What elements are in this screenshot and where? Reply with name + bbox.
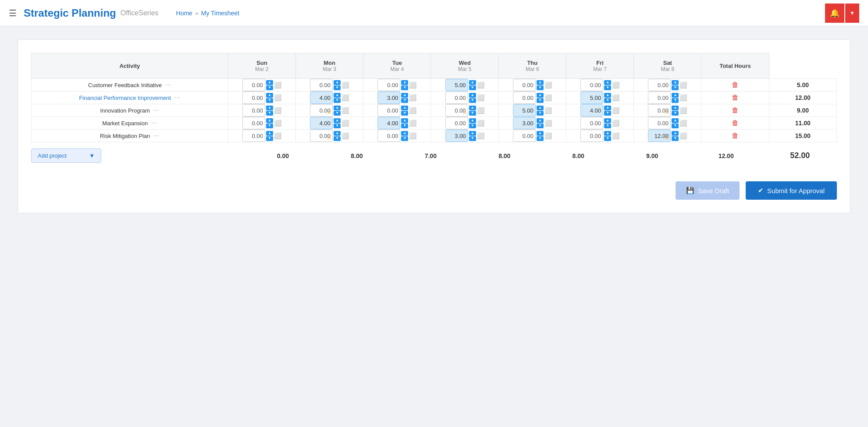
hours-input[interactable] [377, 104, 400, 116]
delete-row-button[interactable]: 🗑 [732, 106, 739, 114]
note-icon[interactable]: ⬜ [409, 132, 416, 139]
hours-down-button[interactable]: ▼ [537, 111, 544, 116]
note-icon[interactable]: ⬜ [477, 107, 484, 114]
hours-up-button[interactable]: ▲ [401, 80, 408, 85]
hours-up-button[interactable]: ▲ [334, 93, 341, 98]
note-icon[interactable]: ⬜ [274, 107, 281, 114]
delete-row-button[interactable]: 🗑 [732, 94, 739, 102]
note-icon[interactable]: ⬜ [544, 120, 552, 127]
hours-down-button[interactable]: ▼ [469, 136, 476, 141]
hours-input[interactable] [580, 104, 603, 116]
hours-up-button[interactable]: ▲ [334, 118, 341, 123]
hours-input[interactable] [445, 117, 468, 129]
save-draft-button[interactable]: 💾 Save Draft [676, 181, 740, 200]
note-icon[interactable]: ⬜ [274, 94, 281, 101]
hours-up-button[interactable]: ▲ [537, 106, 544, 110]
hours-up-button[interactable]: ▲ [604, 93, 611, 98]
hours-input[interactable] [513, 130, 536, 142]
hours-down-button[interactable]: ▼ [604, 85, 611, 90]
hours-input[interactable] [445, 92, 468, 104]
note-icon[interactable]: ⬜ [679, 132, 687, 139]
hours-input[interactable] [377, 117, 400, 129]
hours-input[interactable] [310, 92, 333, 104]
activity-menu-dots[interactable]: ··· [151, 119, 157, 127]
activity-menu-dots[interactable]: ··· [174, 94, 180, 101]
hours-down-button[interactable]: ▼ [537, 85, 544, 90]
activity-menu-dots[interactable]: ··· [153, 132, 159, 139]
hours-down-button[interactable]: ▼ [672, 111, 679, 116]
hours-down-button[interactable]: ▼ [672, 136, 679, 141]
hours-down-button[interactable]: ▼ [537, 98, 544, 103]
hours-down-button[interactable]: ▼ [334, 111, 341, 116]
hours-up-button[interactable]: ▲ [401, 131, 408, 136]
breadcrumb-home[interactable]: Home [176, 10, 192, 17]
note-icon[interactable]: ⬜ [679, 94, 687, 101]
hours-up-button[interactable]: ▲ [469, 106, 476, 110]
note-icon[interactable]: ⬜ [409, 94, 416, 101]
hours-up-button[interactable]: ▲ [604, 80, 611, 85]
hours-down-button[interactable]: ▼ [469, 124, 476, 128]
note-icon[interactable]: ⬜ [544, 132, 552, 139]
note-icon[interactable]: ⬜ [679, 81, 687, 88]
hours-up-button[interactable]: ▲ [672, 80, 679, 85]
activity-menu-dots[interactable]: ··· [165, 81, 171, 88]
hours-down-button[interactable]: ▼ [266, 136, 273, 141]
hours-up-button[interactable]: ▲ [604, 106, 611, 110]
submit-button[interactable]: ✔ Submit for Approval [746, 181, 837, 200]
hours-up-button[interactable]: ▲ [401, 106, 408, 110]
note-icon[interactable]: ⬜ [342, 81, 349, 88]
note-icon[interactable]: ⬜ [679, 107, 687, 114]
user-dropdown-button[interactable]: ▼ [845, 4, 859, 23]
hours-down-button[interactable]: ▼ [469, 111, 476, 116]
delete-row-button[interactable]: 🗑 [732, 81, 739, 89]
hours-input[interactable] [377, 79, 400, 91]
hours-input[interactable] [513, 117, 536, 129]
hours-input[interactable] [513, 79, 536, 91]
hours-down-button[interactable]: ▼ [266, 85, 273, 90]
note-icon[interactable]: ⬜ [544, 81, 552, 88]
delete-row-button[interactable]: 🗑 [732, 132, 739, 140]
note-icon[interactable]: ⬜ [342, 94, 349, 101]
hours-up-button[interactable]: ▲ [604, 131, 611, 136]
hours-up-button[interactable]: ▲ [672, 106, 679, 110]
hours-input[interactable] [648, 92, 671, 104]
note-icon[interactable]: ⬜ [409, 120, 416, 127]
note-icon[interactable]: ⬜ [544, 107, 552, 114]
note-icon[interactable]: ⬜ [274, 120, 281, 127]
note-icon[interactable]: ⬜ [544, 94, 552, 101]
delete-row-button[interactable]: 🗑 [732, 119, 739, 127]
activity-menu-dots[interactable]: ··· [153, 106, 159, 114]
note-icon[interactable]: ⬜ [342, 132, 349, 139]
hours-input[interactable] [580, 130, 603, 142]
hours-up-button[interactable]: ▲ [334, 80, 341, 85]
hours-up-button[interactable]: ▲ [266, 80, 273, 85]
hours-down-button[interactable]: ▼ [266, 124, 273, 128]
hours-down-button[interactable]: ▼ [401, 85, 408, 90]
note-icon[interactable]: ⬜ [409, 81, 416, 88]
hours-input[interactable] [445, 79, 468, 91]
hours-up-button[interactable]: ▲ [266, 131, 273, 136]
hours-down-button[interactable]: ▼ [604, 111, 611, 116]
hours-down-button[interactable]: ▼ [401, 111, 408, 116]
note-icon[interactable]: ⬜ [477, 132, 484, 139]
hours-input[interactable] [580, 79, 603, 91]
hours-down-button[interactable]: ▼ [537, 124, 544, 128]
hours-up-button[interactable]: ▲ [401, 93, 408, 98]
hours-down-button[interactable]: ▼ [334, 136, 341, 141]
note-icon[interactable]: ⬜ [679, 120, 687, 127]
hours-input[interactable] [377, 92, 400, 104]
hours-up-button[interactable]: ▲ [266, 93, 273, 98]
hours-down-button[interactable]: ▼ [469, 98, 476, 103]
hours-input[interactable] [242, 104, 265, 116]
hours-up-button[interactable]: ▲ [537, 131, 544, 136]
note-icon[interactable]: ⬜ [612, 120, 619, 127]
note-icon[interactable]: ⬜ [477, 94, 484, 101]
hours-down-button[interactable]: ▼ [401, 124, 408, 128]
note-icon[interactable]: ⬜ [612, 94, 619, 101]
add-project-button[interactable]: Add project ▼ [31, 148, 101, 163]
hours-input[interactable] [310, 79, 333, 91]
note-icon[interactable]: ⬜ [477, 81, 484, 88]
note-icon[interactable]: ⬜ [274, 81, 281, 88]
hours-up-button[interactable]: ▲ [537, 118, 544, 123]
hours-down-button[interactable]: ▼ [537, 136, 544, 141]
